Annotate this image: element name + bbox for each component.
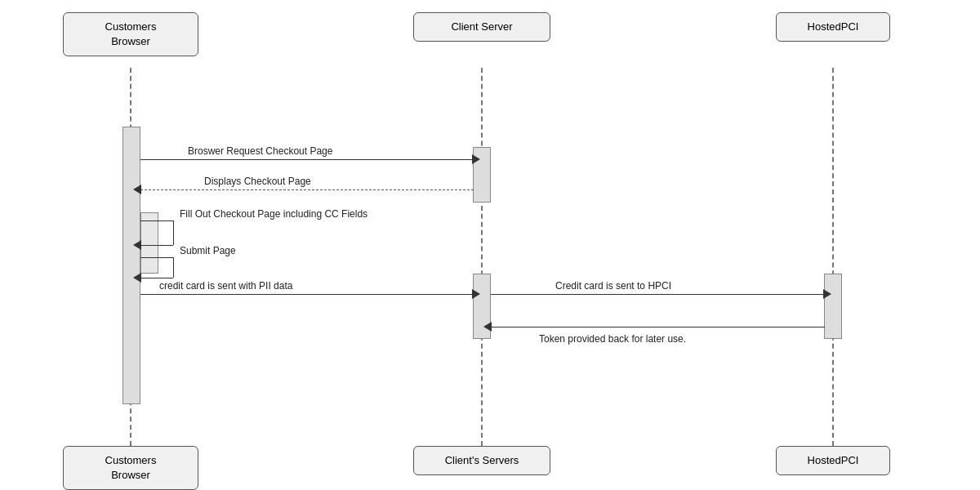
actor-client-server-top: Client Server <box>413 12 550 42</box>
arrow-line-msg5 <box>140 294 474 295</box>
actor-customers-browser-top: CustomersBrowser <box>63 12 198 56</box>
arrow-line-submit-top <box>140 257 173 258</box>
arrow-head-msg1 <box>472 154 480 164</box>
arrow-label-msg6: Credit card is sent to HPCI <box>555 280 671 292</box>
arrow-line-msg2 <box>140 189 474 190</box>
actor-hosted-pci-top: HostedPCI <box>776 12 890 42</box>
arrow-label-submit: Submit Page <box>180 245 236 256</box>
actor-hosted-pci-top-label: HostedPCI <box>808 20 859 33</box>
activation-self-loop <box>140 212 158 274</box>
arrow-line-msg6 <box>491 294 825 295</box>
lifeline-hosted-pci <box>832 68 834 446</box>
arrow-head-msg6 <box>823 289 831 299</box>
actor-customers-browser-bottom-label: CustomersBrowser <box>105 454 157 481</box>
arrow-line-fillout-top <box>140 220 173 221</box>
arrow-head-msg5 <box>472 289 480 299</box>
arrow-head-msg2 <box>133 185 141 194</box>
arrow-label-msg1: Broswer Request Checkout Page <box>188 145 332 157</box>
actor-client-server-bottom-label: Client's Servers <box>445 454 519 466</box>
self-loop-vertical-submit <box>173 257 174 278</box>
arrow-label-msg2: Displays Checkout Page <box>204 176 311 187</box>
lifeline-client-server <box>481 68 483 446</box>
actor-hosted-pci-bottom-label: HostedPCI <box>808 454 859 466</box>
arrow-head-msg7 <box>483 322 492 332</box>
arrow-head-submit <box>133 273 141 283</box>
activation-hosted-pci <box>824 274 842 339</box>
arrow-label-msg7: Token provided back for later use. <box>539 333 686 345</box>
sequence-diagram: CustomersBrowser Client Server HostedPCI… <box>0 0 980 490</box>
arrow-label-msg5: credit card is sent with PII data <box>159 280 292 292</box>
actor-customers-browser-top-label: CustomersBrowser <box>105 20 157 47</box>
arrow-line-submit-bottom <box>140 278 173 278</box>
arrow-label-fillout: Fill Out Checkout Page including CC Fiel… <box>180 208 368 220</box>
activation-customers-browser <box>122 127 140 404</box>
self-loop-vertical-fillout <box>173 220 174 245</box>
actor-customers-browser-bottom: CustomersBrowser <box>63 446 198 490</box>
actor-client-server-bottom: Client's Servers <box>413 446 550 475</box>
actor-client-server-top-label: Client Server <box>451 20 512 33</box>
arrow-head-fillout <box>133 240 141 250</box>
actor-hosted-pci-bottom: HostedPCI <box>776 446 890 475</box>
arrow-line-msg7 <box>491 327 825 327</box>
arrow-line-msg1 <box>140 159 474 160</box>
arrow-line-fillout-bottom <box>140 245 173 246</box>
